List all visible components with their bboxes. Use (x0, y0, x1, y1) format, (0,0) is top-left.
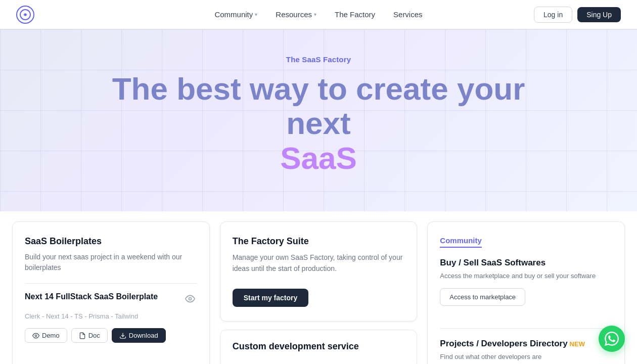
svg-point-1 (24, 13, 27, 16)
marketplace-button[interactable]: Access to marketplace (440, 288, 525, 306)
doc-icon (79, 332, 86, 339)
hero-title: The best way to create your next SaaS (111, 72, 526, 175)
logo[interactable] (16, 6, 34, 24)
whatsapp-fab[interactable] (599, 326, 625, 352)
nav-community[interactable]: Community ▾ (207, 7, 264, 22)
navbar: Community ▾ Resources ▾ The Factory Serv… (0, 0, 637, 29)
svg-point-2 (189, 298, 191, 300)
eye-icon[interactable] (183, 292, 197, 308)
download-button[interactable]: Download (112, 328, 166, 343)
nav-links: Community ▾ Resources ▾ The Factory Serv… (207, 7, 429, 22)
card-factory: The Factory Suite Manage your own SaaS F… (220, 221, 418, 322)
boilerplates-desc: Build your next saas project in a weeken… (25, 252, 197, 273)
custom-dev-title: Custom development service (233, 341, 405, 352)
community-label: Community (440, 236, 482, 248)
nav-actions: Log in Sing Up (534, 7, 621, 23)
signup-button[interactable]: Sing Up (577, 7, 621, 22)
login-button[interactable]: Log in (534, 7, 572, 23)
nav-services[interactable]: Services (386, 7, 430, 22)
eye-small-icon (32, 332, 39, 339)
new-badge: NEW (570, 340, 585, 348)
boilerplate-item: Next 14 FullStack SaaS Boilerplate (25, 292, 197, 308)
logo-icon (16, 6, 34, 24)
card-community: Community Buy / Sell SaaS Softwares Acce… (427, 221, 625, 364)
hero-subtitle: The SaaS Factory (111, 55, 526, 64)
directory-title: Projects / Developers DirectoryNEW (440, 339, 612, 349)
boilerplate-actions: Demo Doc Download (25, 328, 197, 343)
svg-point-3 (35, 335, 37, 337)
demo-button[interactable]: Demo (25, 328, 67, 343)
chevron-down-icon: ▾ (255, 12, 257, 17)
card-custom-dev: Custom development service (220, 330, 418, 364)
hero-title-part2: SaaS (280, 141, 357, 175)
buy-sell-title: Buy / Sell SaaS Softwares (440, 258, 612, 268)
nav-factory[interactable]: The Factory (328, 7, 382, 22)
buy-sell-desc: Access the marketplace and buy or sell y… (440, 271, 612, 281)
directory-desc: Find out what other developers are (440, 352, 612, 362)
hero-title-part1: The best way to create your next (112, 71, 525, 141)
factory-title: The Factory Suite (233, 236, 405, 247)
download-icon (119, 332, 126, 339)
boilerplate-tech: Clerk - Next 14 - TS - Prisma - Tailwind (25, 312, 197, 320)
chevron-down-icon: ▾ (314, 12, 316, 17)
nav-resources[interactable]: Resources ▾ (268, 7, 324, 22)
card-boilerplates: SaaS Boilerplates Build your next saas p… (12, 221, 210, 364)
factory-desc: Manage your own SaaS Factory, taking con… (233, 252, 405, 275)
doc-button[interactable]: Doc (71, 328, 108, 343)
boilerplates-title: SaaS Boilerplates (25, 236, 197, 247)
hero-section: The SaaS Factory The best way to create … (0, 29, 637, 211)
cards-section: SaaS Boilerplates Build your next saas p… (0, 211, 637, 364)
boilerplate-name: Next 14 FullStack SaaS Boilerplate (25, 292, 158, 302)
card-factory-col: The Factory Suite Manage your own SaaS F… (220, 221, 418, 364)
start-factory-button[interactable]: Start my factory (233, 289, 309, 307)
